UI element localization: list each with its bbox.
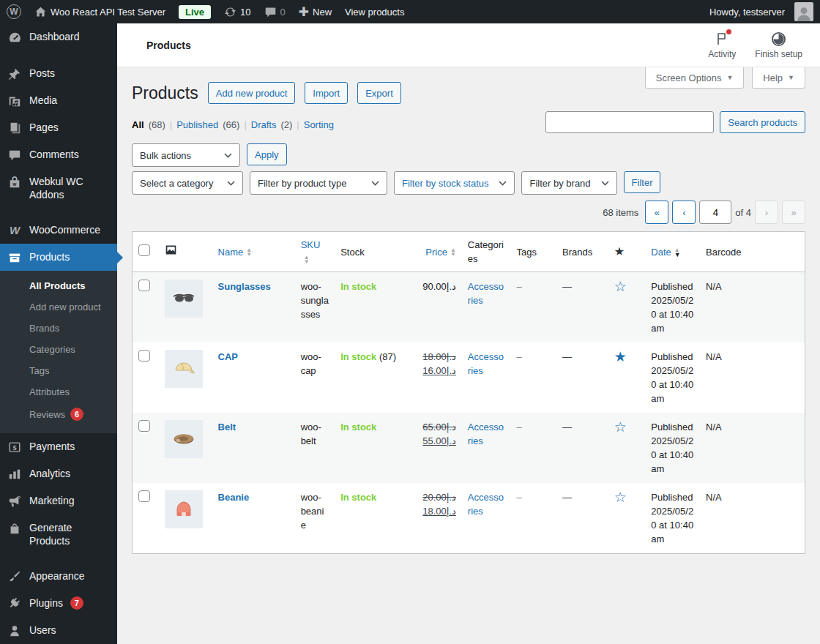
avatar bbox=[794, 2, 813, 21]
basket-icon: w bbox=[7, 175, 22, 189]
sidebar-item-media[interactable]: Media bbox=[0, 87, 117, 114]
sort-by-price[interactable]: Price▲▼ bbox=[425, 247, 456, 258]
product-thumbnail-beanie[interactable] bbox=[165, 490, 203, 528]
brand-filter-select[interactable]: Filter by brand bbox=[521, 171, 616, 195]
product-type-filter-select[interactable]: Filter by product type bbox=[250, 171, 387, 195]
view-published-link[interactable]: Published bbox=[176, 119, 218, 130]
site-name: Woo React API Test Server bbox=[51, 7, 165, 18]
page-title: Products bbox=[132, 82, 198, 104]
category-link[interactable]: Accessories bbox=[468, 422, 504, 446]
help-tab[interactable]: Help ▼ bbox=[752, 67, 805, 89]
sidebar-item-generate-products[interactable]: Generate Products bbox=[0, 514, 117, 554]
sort-by-date[interactable]: Date▲▼ bbox=[651, 247, 680, 258]
wc-header-title: Products bbox=[146, 40, 191, 51]
activity-button[interactable]: Activity bbox=[708, 31, 736, 59]
stock-status-filter-select[interactable]: Filter by stock status bbox=[394, 171, 515, 195]
sidebar-item-label: Comments bbox=[29, 148, 79, 161]
screen-options-tab[interactable]: Screen Options ▼ bbox=[645, 67, 745, 89]
search-input[interactable] bbox=[545, 111, 714, 133]
view-products-menu[interactable]: View products bbox=[338, 0, 411, 23]
category-link[interactable]: Accessories bbox=[468, 351, 504, 376]
featured-star-toggle[interactable]: ☆ bbox=[614, 490, 627, 505]
sidebar-item-pages[interactable]: Pages bbox=[0, 114, 117, 141]
comment-icon bbox=[7, 148, 22, 162]
submenu-tags[interactable]: Tags bbox=[0, 360, 117, 381]
my-account-menu[interactable]: Howdy, testserver bbox=[703, 0, 820, 23]
last-page-button[interactable]: » bbox=[782, 201, 805, 224]
view-sorting-link[interactable]: Sorting bbox=[304, 119, 334, 130]
import-button[interactable]: Import bbox=[305, 82, 348, 104]
product-thumbnail-belt[interactable] bbox=[165, 420, 203, 458]
submenu-reviews[interactable]: Reviews 6 bbox=[0, 402, 117, 426]
submenu-attributes[interactable]: Attributes bbox=[0, 381, 117, 402]
featured-star-toggle[interactable]: ☆ bbox=[614, 419, 627, 435]
bulk-actions-select[interactable]: Bulk actions bbox=[132, 143, 240, 167]
filter-button[interactable]: Filter bbox=[624, 171, 661, 193]
featured-star-toggle[interactable]: ★ bbox=[614, 349, 627, 364]
sidebar-item-plugins[interactable]: Plugins 7 bbox=[0, 590, 117, 617]
brands-value: — bbox=[562, 422, 572, 433]
sidebar-item-label: Webkul WC Addons bbox=[29, 175, 110, 201]
sidebar-item-appearance[interactable]: Appearance bbox=[0, 563, 117, 590]
product-thumbnail-cap[interactable] bbox=[165, 350, 203, 388]
view-drafts-link[interactable]: Drafts bbox=[251, 119, 277, 130]
submenu-brands[interactable]: Brands bbox=[0, 318, 117, 339]
site-name-menu[interactable]: Woo React API Test Server bbox=[28, 0, 172, 23]
submenu-add-new-product[interactable]: Add new product bbox=[0, 296, 117, 318]
sale-price: 18.00د.إ bbox=[422, 506, 456, 517]
brands-value: — bbox=[562, 351, 572, 362]
view-all-link[interactable]: All bbox=[132, 119, 144, 130]
chevron-down-icon: ▼ bbox=[726, 74, 733, 81]
category-link[interactable]: Accessories bbox=[468, 281, 504, 306]
home-icon bbox=[34, 6, 47, 18]
product-name-link[interactable]: Sunglasses bbox=[218, 281, 271, 292]
wordpress-logo-menu[interactable]: W bbox=[0, 0, 28, 23]
tags-value: – bbox=[517, 351, 522, 362]
product-name-link[interactable]: Belt bbox=[218, 422, 236, 433]
sidebar-item-posts[interactable]: Posts bbox=[0, 60, 117, 87]
row-checkbox[interactable] bbox=[138, 350, 150, 362]
admin-sidebar: Dashboard Posts Media Pages Comments bbox=[0, 23, 117, 644]
product-name-link[interactable]: Beanie bbox=[218, 492, 250, 503]
product-thumbnail-sunglasses[interactable] bbox=[165, 280, 203, 318]
sidebar-item-users[interactable]: Users bbox=[0, 617, 117, 644]
sidebar-item-payments[interactable]: $ Payments bbox=[0, 433, 117, 460]
current-page-input[interactable] bbox=[699, 201, 731, 224]
submenu-categories[interactable]: Categories bbox=[0, 339, 117, 360]
apply-button[interactable]: Apply bbox=[247, 143, 287, 165]
category-filter-select[interactable]: Select a category bbox=[132, 171, 243, 195]
table-row: Belt woo-belt In stock 65.00د.إ 55.00د.إ… bbox=[133, 413, 805, 483]
category-link[interactable]: Accessories bbox=[468, 492, 504, 517]
table-row: Sunglasses woo-sunglasses In stock 90.00… bbox=[133, 272, 805, 343]
sidebar-item-products[interactable]: Products bbox=[0, 244, 117, 271]
submenu-all-products[interactable]: All Products bbox=[0, 275, 117, 296]
sidebar-item-marketing[interactable]: Marketing bbox=[0, 487, 117, 514]
woocommerce-header: Products Activity Finish setup bbox=[117, 23, 820, 67]
prev-page-button[interactable]: ‹ bbox=[672, 201, 696, 224]
select-all-checkbox[interactable] bbox=[138, 244, 150, 256]
row-checkbox[interactable] bbox=[138, 420, 150, 432]
new-content-menu[interactable]: ✚ New bbox=[292, 0, 338, 23]
product-name-link[interactable]: CAP bbox=[218, 351, 238, 362]
featured-star-toggle[interactable]: ☆ bbox=[614, 279, 627, 294]
updates-menu[interactable]: 10 bbox=[217, 0, 257, 23]
sort-by-sku[interactable]: SKU▲▼ bbox=[301, 239, 321, 264]
sidebar-item-woocommerce[interactable]: W WooCommerce bbox=[0, 217, 117, 244]
sidebar-item-analytics[interactable]: Analytics bbox=[0, 460, 117, 487]
row-checkbox[interactable] bbox=[138, 280, 150, 291]
chevron-down-icon bbox=[227, 181, 235, 186]
sidebar-item-dashboard[interactable]: Dashboard bbox=[0, 23, 117, 51]
first-page-button[interactable]: « bbox=[645, 201, 668, 224]
sort-by-name[interactable]: Name▲▼ bbox=[218, 247, 253, 258]
sidebar-item-label: Posts bbox=[29, 67, 55, 80]
comments-menu[interactable]: 0 bbox=[258, 0, 292, 23]
export-button[interactable]: Export bbox=[357, 82, 401, 104]
sidebar-item-webkul-wc-addons[interactable]: w Webkul WC Addons bbox=[0, 168, 117, 208]
search-products-button[interactable]: Search products bbox=[720, 111, 805, 133]
publish-date: 2025/05/20 at 10:40 am bbox=[651, 295, 693, 334]
sidebar-item-comments[interactable]: Comments bbox=[0, 141, 117, 168]
row-checkbox[interactable] bbox=[138, 490, 150, 502]
finish-setup-button[interactable]: Finish setup bbox=[755, 31, 802, 59]
add-new-product-button[interactable]: Add new product bbox=[208, 82, 296, 104]
next-page-button[interactable]: › bbox=[755, 201, 778, 224]
